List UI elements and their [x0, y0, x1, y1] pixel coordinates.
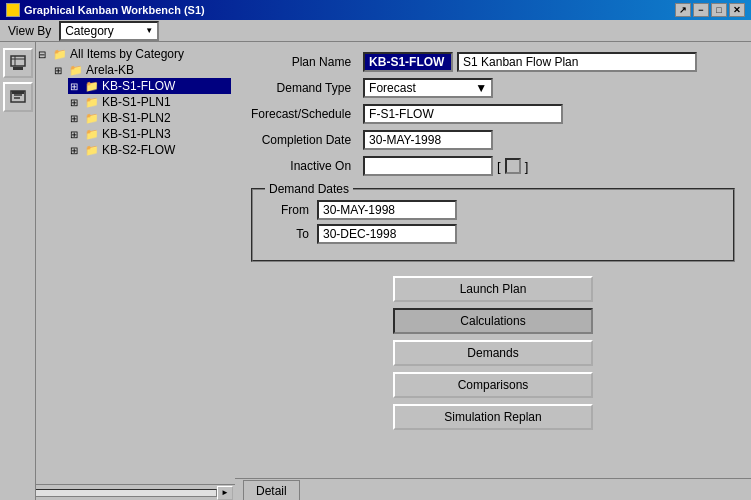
kb-s1-pln3-label: KB-S1-PLN3 — [102, 127, 171, 141]
checkbox-area: [ ] — [497, 158, 528, 174]
demand-dates-title: Demand Dates — [265, 182, 353, 196]
left-panel: ⊟ 📁 All Items by Category ⊞ 📁 Arela-KB ⊞… — [0, 42, 235, 500]
demand-type-select[interactable]: Forecast ▼ — [363, 78, 493, 98]
kb-s1-pln2-folder-icon: 📁 — [85, 112, 99, 125]
view-by-value: Category — [65, 24, 114, 38]
right-panel: Plan Name KB-S1-FLOW S1 Kanban Flow Plan… — [235, 42, 751, 500]
demand-type-row: Forecast ▼ — [363, 78, 735, 98]
kb-s1-pln1-folder-icon: 📁 — [85, 96, 99, 109]
arela-expander-icon: ⊞ — [54, 65, 66, 76]
form-grid: Plan Name KB-S1-FLOW S1 Kanban Flow Plan… — [251, 52, 735, 176]
demand-dates-group: Demand Dates From 30-MAY-1998 To 30-DEC-… — [251, 188, 735, 262]
kb-s1-pln2-expander-icon: ⊞ — [70, 113, 82, 124]
kb-s1-pln3-folder-icon: 📁 — [85, 128, 99, 141]
forecast-schedule-label: Forecast/Schedule — [251, 107, 355, 121]
demand-type-value: Forecast — [369, 81, 416, 95]
kb-s1-pln2-label: KB-S1-PLN2 — [102, 111, 171, 125]
launch-plan-button[interactable]: Launch Plan — [393, 276, 593, 302]
toolbar-icon-2 — [9, 88, 27, 106]
title-bar-controls: ↗ − □ ✕ — [675, 3, 745, 17]
kb-s1-pln1-expander-icon: ⊞ — [70, 97, 82, 108]
minimize-button[interactable]: − — [693, 3, 709, 17]
dropdown-arrow-icon: ▼ — [145, 26, 153, 35]
close-button[interactable]: ✕ — [729, 3, 745, 17]
inactive-checkbox[interactable] — [505, 158, 521, 174]
svg-rect-3 — [13, 67, 23, 70]
tree-item-kb-s1-pln3[interactable]: ⊞ 📁 KB-S1-PLN3 — [68, 126, 231, 142]
tree-children: ⊞ 📁 Arela-KB ⊞ 📁 KB-S1-FLOW ⊞ 📁 KB-S1-PL… — [52, 62, 231, 158]
kb-s2-flow-expander-icon: ⊞ — [70, 145, 82, 156]
forecast-schedule-field[interactable]: F-S1-FLOW — [363, 104, 563, 124]
inactive-on-row: [ ] — [363, 156, 735, 176]
kb-s1-pln1-label: KB-S1-PLN1 — [102, 95, 171, 109]
plan-name-label: Plan Name — [251, 55, 355, 69]
view-by-dropdown[interactable]: Category ▼ — [59, 21, 159, 41]
tab-bar: Detail — [235, 478, 751, 500]
demand-to-row: To 30-DEC-1998 — [269, 224, 717, 244]
tree-item-kb-s1-pln2[interactable]: ⊞ 📁 KB-S1-PLN2 — [68, 110, 231, 126]
demand-from-row: From 30-MAY-1998 — [269, 200, 717, 220]
completion-date-row: 30-MAY-1998 — [363, 130, 735, 150]
toolbar-icon-1 — [9, 54, 27, 72]
root-item-label: All Items by Category — [70, 47, 184, 61]
kb-s1-flow-folder-icon: 📁 — [85, 80, 99, 93]
arela-folder-icon: 📁 — [69, 64, 83, 77]
demand-from-label: From — [269, 203, 309, 217]
svg-rect-0 — [11, 56, 25, 66]
restore-button[interactable]: ↗ — [675, 3, 691, 17]
kb-s1-flow-label: KB-S1-FLOW — [102, 79, 175, 93]
simulation-replan-button[interactable]: Simulation Replan — [393, 404, 593, 430]
scrollbar-track[interactable] — [18, 489, 217, 497]
calculations-button[interactable]: Calculations — [393, 308, 593, 334]
svg-rect-7 — [12, 91, 24, 94]
root-folder-icon: 📁 — [53, 48, 67, 61]
view-by-label: View By — [8, 24, 51, 38]
inactive-on-field[interactable] — [363, 156, 493, 176]
forecast-schedule-row: F-S1-FLOW — [363, 104, 735, 124]
demand-type-label: Demand Type — [251, 81, 355, 95]
completion-date-field[interactable]: 30-MAY-1998 — [363, 130, 493, 150]
tab-detail[interactable]: Detail — [243, 480, 300, 500]
demand-type-arrow-icon: ▼ — [475, 81, 487, 95]
tree-item-kb-s2-flow[interactable]: ⊞ 📁 KB-S2-FLOW — [68, 142, 231, 158]
root-expander-icon: ⊟ — [38, 49, 50, 60]
maximize-button[interactable]: □ — [711, 3, 727, 17]
scroll-right-button[interactable]: ► — [217, 486, 233, 500]
completion-date-label: Completion Date — [251, 133, 355, 147]
buttons-area: Launch Plan Calculations Demands Compari… — [251, 276, 735, 430]
kb-s2-flow-folder-icon: 📁 — [85, 144, 99, 157]
plan-name-row: KB-S1-FLOW S1 Kanban Flow Plan — [363, 52, 735, 72]
tree-item-kb-s1-pln1[interactable]: ⊞ 📁 KB-S1-PLN1 — [68, 94, 231, 110]
side-toolbar — [0, 42, 36, 500]
main-content: ⊟ 📁 All Items by Category ⊞ 📁 Arela-KB ⊞… — [0, 42, 751, 500]
demand-to-label: To — [269, 227, 309, 241]
tree-item-kb-s1-flow[interactable]: ⊞ 📁 KB-S1-FLOW — [68, 78, 231, 94]
demand-to-field[interactable]: 30-DEC-1998 — [317, 224, 457, 244]
app-icon — [6, 3, 20, 17]
checkbox-bracket-right: ] — [525, 159, 529, 174]
tree-item-arela-kb[interactable]: ⊞ 📁 Arela-KB — [52, 62, 231, 78]
toolbar-button-2[interactable] — [3, 82, 33, 112]
comparisons-button[interactable]: Comparisons — [393, 372, 593, 398]
toolbar-button-1[interactable] — [3, 48, 33, 78]
menu-bar: View By Category ▼ — [0, 20, 751, 42]
title-bar: Graphical Kanban Workbench (S1) ↗ − □ ✕ — [0, 0, 751, 20]
checkbox-bracket-left: [ — [497, 159, 501, 174]
kb-s2-flow-label: KB-S2-FLOW — [102, 143, 175, 157]
inactive-on-label: Inactive On — [251, 159, 355, 173]
kb-s1-subtree: ⊞ 📁 KB-S1-FLOW ⊞ 📁 KB-S1-PLN1 ⊞ 📁 KB-S1-… — [68, 78, 231, 158]
plan-id-field[interactable]: KB-S1-FLOW — [363, 52, 453, 72]
kb-s1-flow-expander-icon: ⊞ — [70, 81, 82, 92]
kb-s1-pln3-expander-icon: ⊞ — [70, 129, 82, 140]
demands-button[interactable]: Demands — [393, 340, 593, 366]
tree-root-item[interactable]: ⊟ 📁 All Items by Category — [36, 46, 231, 62]
arela-label: Arela-KB — [86, 63, 134, 77]
plan-description-field[interactable]: S1 Kanban Flow Plan — [457, 52, 697, 72]
window-title: Graphical Kanban Workbench (S1) — [24, 4, 205, 16]
demand-from-field[interactable]: 30-MAY-1998 — [317, 200, 457, 220]
